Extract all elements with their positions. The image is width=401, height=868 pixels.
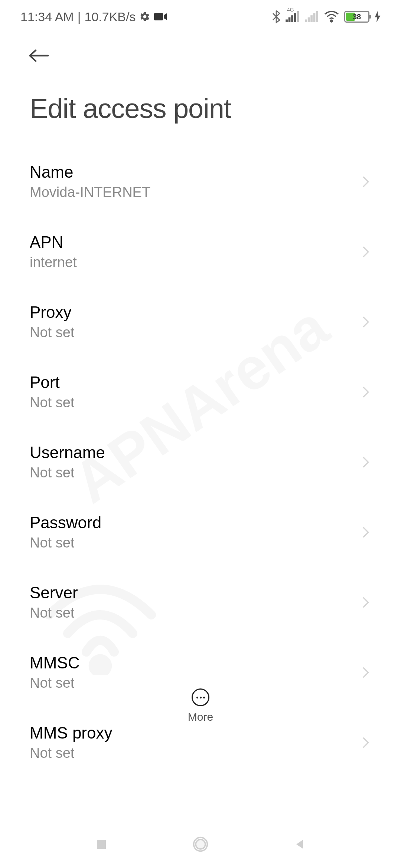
setting-value: Movida-INTERNET	[30, 184, 360, 200]
svg-rect-8	[310, 15, 313, 22]
setting-proxy[interactable]: Proxy Not set	[30, 287, 371, 357]
setting-label: Username	[30, 443, 360, 462]
bluetooth-icon	[272, 10, 280, 23]
svg-text:✕: ✕	[316, 20, 319, 23]
battery-percent: 38	[345, 13, 368, 21]
setting-mms-proxy[interactable]: MMS proxy Not set	[30, 707, 371, 775]
svg-rect-5	[297, 11, 299, 22]
setting-server[interactable]: Server Not set	[30, 567, 371, 637]
setting-value: internet	[30, 254, 360, 270]
svg-rect-4	[294, 13, 296, 22]
chevron-right-icon	[360, 457, 371, 468]
setting-label: MMSC	[30, 654, 360, 672]
setting-password[interactable]: Password Not set	[30, 497, 371, 567]
svg-rect-15	[97, 840, 106, 849]
setting-value: Not set	[30, 395, 360, 411]
svg-rect-7	[308, 17, 310, 22]
setting-mmsc[interactable]: MMSC Not set	[30, 637, 371, 707]
nav-back-button[interactable]	[288, 833, 311, 855]
chevron-right-icon	[360, 316, 371, 328]
status-bar: 11:34 AM | 10.7KB/s 4G ✕ 38	[0, 0, 401, 33]
setting-username[interactable]: Username Not set	[30, 427, 371, 497]
signal-sim2-icon: ✕	[305, 11, 319, 22]
setting-label: MMS proxy	[30, 724, 360, 742]
setting-label: APN	[30, 233, 360, 251]
setting-label: Password	[30, 513, 360, 532]
svg-rect-1	[286, 20, 288, 23]
page-title: Edit access point	[0, 74, 401, 147]
network-type-label: 4G	[287, 7, 294, 13]
battery-icon: 38	[344, 11, 369, 23]
setting-value: Not set	[30, 675, 360, 691]
setting-label: Name	[30, 163, 360, 181]
status-data-rate: 10.7KB/s	[85, 10, 136, 24]
chevron-right-icon	[360, 667, 371, 678]
setting-label: Port	[30, 373, 360, 392]
wifi-icon	[324, 11, 339, 23]
svg-point-17	[196, 839, 205, 849]
nav-bar	[0, 820, 401, 868]
chevron-right-icon	[360, 387, 371, 398]
setting-value: Not set	[30, 535, 360, 551]
setting-apn[interactable]: APN internet	[30, 217, 371, 287]
chevron-right-icon	[360, 737, 371, 748]
setting-port[interactable]: Port Not set	[30, 357, 371, 427]
chevron-right-icon	[360, 527, 371, 538]
svg-rect-3	[291, 15, 293, 22]
setting-value: Not set	[30, 465, 360, 481]
back-button[interactable]	[28, 45, 50, 67]
status-separator: |	[78, 10, 81, 24]
chevron-right-icon	[360, 246, 371, 257]
chevron-right-icon	[360, 176, 371, 187]
settings-list: Name Movida-INTERNET APN internet Proxy …	[0, 147, 401, 775]
setting-value: Not set	[30, 605, 360, 621]
svg-rect-6	[305, 20, 307, 23]
setting-value: Not set	[30, 325, 360, 341]
status-time: 11:34 AM	[20, 10, 74, 24]
video-icon	[154, 12, 167, 21]
setting-label: Server	[30, 583, 360, 602]
nav-recent-button[interactable]	[90, 833, 113, 855]
svg-point-12	[331, 20, 333, 22]
svg-rect-9	[313, 13, 316, 22]
svg-rect-2	[288, 17, 291, 22]
setting-label: Proxy	[30, 303, 360, 322]
setting-value: Not set	[30, 745, 360, 761]
gear-icon	[139, 11, 150, 22]
signal-sim1-icon: 4G	[286, 11, 300, 22]
charging-icon	[375, 11, 381, 22]
setting-name[interactable]: Name Movida-INTERNET	[30, 147, 371, 217]
nav-home-button[interactable]	[189, 833, 212, 855]
svg-rect-0	[154, 13, 163, 20]
chevron-right-icon	[360, 597, 371, 608]
